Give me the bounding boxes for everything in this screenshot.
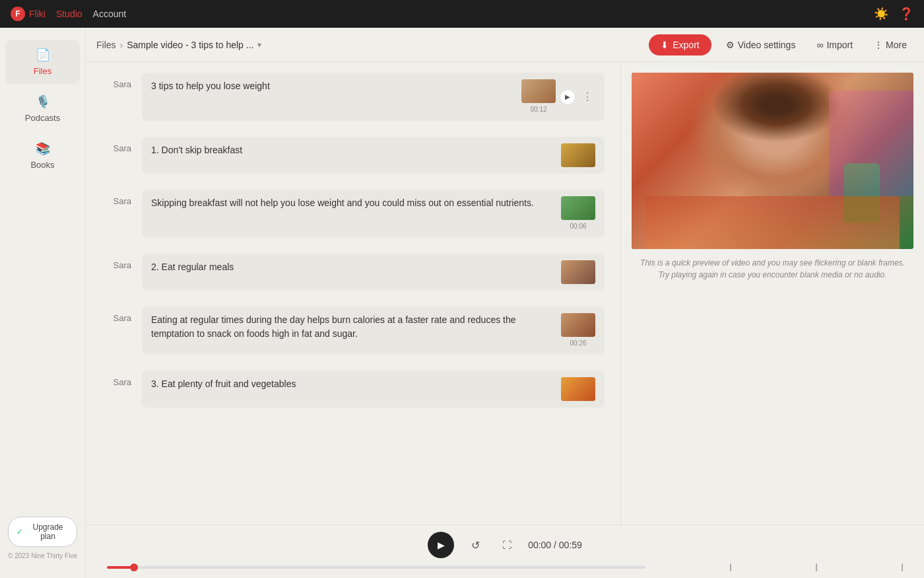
sidebar-item-books-label: Books — [30, 160, 54, 170]
export-button[interactable]: ⬇ Export — [649, 34, 711, 55]
studio-link[interactable]: Studio — [56, 9, 82, 19]
script-text-box: 2. Eat regular meals — [142, 254, 605, 291]
files-icon: 📄 — [36, 48, 50, 62]
more-dots-icon: ⋮ — [874, 40, 883, 50]
speaker-label: Sara — [102, 190, 131, 206]
timeline-scrubber[interactable] — [130, 563, 138, 571]
time-display: 00:00 / 00:59 — [528, 540, 582, 550]
brightness-icon[interactable]: ☀️ — [874, 7, 888, 21]
playback-controls: ▶ ↺ ⛶ 00:00 / 00:59 — [102, 532, 908, 558]
speaker-label: Sara — [102, 307, 131, 323]
script-content: 1. Don't skip breakfast — [142, 137, 605, 174]
script-text[interactable]: 1. Don't skip breakfast — [151, 143, 554, 157]
header-bar: Files › Sample video - 3 tips to help ..… — [86, 28, 924, 62]
main-layout: 📄 Files 🎙️ Podcasts 📚 Books ✓ Upgrade pl… — [0, 28, 924, 578]
video-preview — [632, 73, 913, 249]
more-label: More — [886, 40, 907, 50]
sidebar-item-books[interactable]: 📚 Books — [5, 133, 80, 178]
check-icon: ✓ — [16, 527, 23, 536]
script-content: 3 tips to help you lose weight 00:12 ▶ ⋮ — [142, 73, 605, 121]
restart-button[interactable]: ↺ — [465, 534, 486, 556]
script-content: 3. Eat plenty of fruit and vegetables — [142, 371, 605, 408]
more-button[interactable]: ⋮ More — [867, 36, 913, 54]
timeline-marker-1 — [730, 563, 731, 571]
top-navigation: F Fliki Studio Account ☀️ ❓ — [0, 0, 924, 28]
import-button[interactable]: ∞ Import — [810, 36, 859, 54]
scene-thumbnail — [561, 196, 595, 220]
scene-thumbnail — [561, 313, 595, 337]
sidebar: 📄 Files 🎙️ Podcasts 📚 Books ✓ Upgrade pl… — [0, 28, 86, 578]
scene-thumbnail — [561, 377, 595, 401]
import-label: Import — [826, 40, 853, 50]
brand-name: Fliki — [29, 9, 46, 19]
sidebar-item-podcasts-label: Podcasts — [25, 113, 60, 123]
speaker-label: Sara — [102, 371, 131, 387]
sidebar-bottom: ✓ Upgrade plan © 2023 Nine Thirty Five — [0, 509, 85, 567]
bottom-controls: ▶ ↺ ⛶ 00:00 / 00:59 — [86, 524, 924, 578]
script-text-box: 1. Don't skip breakfast — [142, 137, 605, 174]
content-area: Files › Sample video - 3 tips to help ..… — [86, 28, 924, 578]
logo-icon: F — [11, 7, 25, 21]
thumb-time: 00:06 — [570, 221, 586, 231]
script-text-box: 3. Eat plenty of fruit and vegetables — [142, 371, 605, 408]
breadcrumb-root[interactable]: Files — [96, 40, 116, 50]
table-row: Sara 3 tips to help you lose weight 00:1… — [102, 73, 605, 121]
settings-icon: ⚙ — [726, 40, 735, 50]
scene-thumbnail — [561, 143, 595, 167]
script-content: Skipping breakfast will not help you los… — [142, 190, 605, 238]
script-text-box: 3 tips to help you lose weight 00:12 ▶ ⋮ — [142, 73, 605, 121]
import-icon: ∞ — [816, 40, 823, 50]
play-pause-button[interactable]: ▶ — [428, 532, 454, 558]
sidebar-item-files[interactable]: 📄 Files — [5, 40, 80, 84]
breadcrumb: Files › Sample video - 3 tips to help ..… — [96, 40, 644, 50]
books-icon: 📚 — [36, 141, 50, 156]
thumb-time: 00:12 — [530, 104, 546, 114]
upgrade-button[interactable]: ✓ Upgrade plan — [8, 517, 77, 547]
scene-more-button[interactable]: ⋮ — [579, 87, 595, 108]
table-row: Sara 3. Eat plenty of fruit and vegetabl… — [102, 371, 605, 408]
timeline — [102, 563, 908, 571]
script-panel: Sara 3 tips to help you lose weight 00:1… — [86, 62, 620, 524]
scene-thumbnail — [521, 79, 556, 103]
script-text[interactable]: 3. Eat plenty of fruit and vegetables — [151, 377, 554, 391]
two-panel: Sara 3 tips to help you lose weight 00:1… — [86, 62, 924, 524]
breadcrumb-separator: › — [120, 40, 123, 50]
script-content: Eating at regular times during the day h… — [142, 307, 605, 355]
podcasts-icon: 🎙️ — [36, 94, 50, 109]
timeline-track[interactable] — [107, 566, 645, 569]
script-text[interactable]: Eating at regular times during the day h… — [151, 313, 554, 341]
preview-caption: This is a quick preview of video and you… — [632, 249, 913, 283]
script-text[interactable]: 3 tips to help you lose weight — [151, 79, 515, 93]
script-text[interactable]: Skipping breakfast will not help you los… — [151, 196, 554, 210]
script-text-box: Eating at regular times during the day h… — [142, 307, 605, 355]
thumb-time: 00:26 — [570, 338, 586, 348]
timeline-marker-2 — [816, 563, 817, 571]
scene-thumbnail — [561, 260, 595, 284]
table-row: Sara Skipping breakfast will not help yo… — [102, 190, 605, 238]
script-text[interactable]: 2. Eat regular meals — [151, 260, 554, 274]
copyright-text: © 2023 Nine Thirty Five — [8, 552, 77, 560]
upgrade-label: Upgrade plan — [27, 523, 69, 541]
export-label: Export — [673, 40, 699, 50]
breadcrumb-current: Sample video - 3 tips to help ... — [127, 40, 253, 50]
speaker-label: Sara — [102, 73, 131, 89]
fullscreen-button[interactable]: ⛶ — [496, 534, 517, 556]
video-settings-button[interactable]: ⚙ Video settings — [719, 36, 803, 54]
play-scene-button[interactable]: ▶ — [560, 89, 576, 105]
preview-panel: This is a quick preview of video and you… — [620, 62, 924, 524]
script-content: 2. Eat regular meals — [142, 254, 605, 291]
table-row: Sara 1. Don't skip breakfast — [102, 137, 605, 174]
table-row: Sara Eating at regular times during the … — [102, 307, 605, 355]
app-logo[interactable]: F Fliki — [11, 7, 46, 21]
sidebar-item-podcasts[interactable]: 🎙️ Podcasts — [5, 87, 80, 131]
sidebar-item-files-label: Files — [34, 66, 51, 76]
script-text-box: Skipping breakfast will not help you los… — [142, 190, 605, 238]
export-icon: ⬇ — [661, 40, 669, 50]
speaker-label: Sara — [102, 137, 131, 153]
help-icon[interactable]: ❓ — [899, 7, 913, 21]
speaker-label: Sara — [102, 254, 131, 270]
breadcrumb-chevron-icon[interactable]: ▾ — [257, 40, 261, 50]
account-link[interactable]: Account — [93, 9, 127, 19]
timeline-marker-3 — [902, 563, 903, 571]
header-actions: ⬇ Export ⚙ Video settings ∞ Import ⋮ Mor… — [649, 34, 913, 55]
